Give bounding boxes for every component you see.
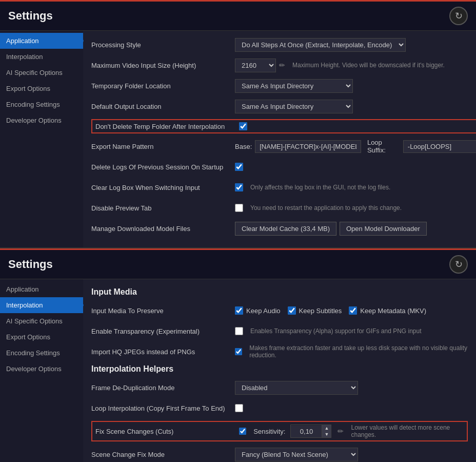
sidebar-2: Application Interpolation AI Specific Op…	[0, 279, 83, 462]
loop-interp-control	[235, 404, 468, 412]
sensitivity-up-btn[interactable]: ▲	[322, 425, 331, 431]
manage-models-control: Clear Model Cache (33,4 MB) Open Model D…	[235, 222, 476, 236]
keep-subtitles-label: Keep Subtitles	[299, 307, 342, 315]
transparency-label: Enable Transparency (Experimental)	[91, 328, 235, 335]
sidebar-item-export-2[interactable]: Export Options	[0, 329, 83, 345]
fix-scene-control: Sensitivity: ▲ ▼ ✏ Lower values will det…	[239, 424, 464, 438]
sensitivity-stepper: ▲ ▼	[290, 425, 331, 438]
manage-models-label: Manage Downloaded Model Files	[91, 225, 235, 233]
max-video-pencil-icon[interactable]: ✏	[279, 61, 285, 69]
keep-audio-checkbox[interactable]	[235, 306, 243, 315]
sensitivity-down-btn[interactable]: ▼	[322, 431, 331, 437]
dont-delete-temp-control	[239, 122, 476, 130]
loop-interp-label: Loop Interpolation (Copy First Frame To …	[91, 405, 235, 412]
fix-scene-checkbox[interactable]	[239, 427, 246, 435]
manage-models-row: Manage Downloaded Model Files Clear Mode…	[91, 221, 476, 236]
clear-log-checkbox[interactable]	[235, 183, 243, 191]
delete-logs-row: Delete Logs Of Previous Session On Start…	[91, 159, 476, 175]
default-output-select[interactable]: Same As Input Directory	[235, 100, 353, 113]
dont-delete-temp-row: Don't Delete Temp Folder After Interpola…	[91, 119, 476, 133]
settings-panel-2: Settings ↻ Application Interpolation AI …	[0, 248, 476, 462]
sensitivity-input[interactable]	[291, 426, 322, 437]
export-name-pattern-row: Export Name Pattern Base: Loop Suffix: ?	[91, 139, 476, 154]
sidebar-item-application-2[interactable]: Application	[0, 281, 83, 297]
scene-fix-mode-label: Scene Change Fix Mode	[91, 451, 235, 458]
disable-preview-hint: You need to restart the application to a…	[250, 204, 402, 211]
hq-jpegs-row: Import HQ JPEGs instead of PNGs Makes fr…	[91, 344, 468, 359]
max-video-input-control: 2160 ✏ Maximum Height. Video will be dow…	[235, 59, 476, 72]
sidebar-item-developer-2[interactable]: Developer Options	[0, 361, 83, 377]
sidebar-item-application-1[interactable]: Application	[0, 33, 83, 49]
loop-interp-row: Loop Interpolation (Copy First Frame To …	[91, 400, 468, 416]
sidebar-item-developer-1[interactable]: Developer Options	[0, 112, 83, 128]
fix-scene-hint: Lower values will detect more scene chan…	[351, 424, 464, 438]
hq-jpegs-control: Makes frame extraction faster and take u…	[235, 344, 468, 359]
transparency-control: Enables Transparency (Alpha) support for…	[235, 327, 468, 335]
keep-metadata-label: Keep Metadata (MKV)	[360, 307, 426, 315]
processing-style-select[interactable]: Do All Steps At Once (Extract, Interpola…	[235, 38, 406, 52]
export-name-pattern-control: Base: Loop Suffix: ?	[235, 139, 476, 154]
refresh-button-2[interactable]: ↻	[449, 255, 468, 274]
sidebar-item-encoding-1[interactable]: Encoding Settings	[0, 97, 83, 112]
sensitivity-pencil-icon[interactable]: ✏	[338, 427, 344, 435]
sidebar-item-ai-options-1[interactable]: AI Specific Options	[0, 65, 83, 81]
content-area-1: Processing Style Do All Steps At Once (E…	[83, 31, 476, 247]
panel-header-1: Settings ↻	[0, 2, 476, 31]
clear-log-row: Clear Log Box When Switching Input Only …	[91, 180, 476, 195]
clear-log-label: Clear Log Box When Switching Input	[91, 184, 235, 191]
loop-suffix-label: Loop Suffix:	[367, 139, 400, 154]
interp-helpers-section-title: Interpolation Helpers	[91, 364, 468, 374]
panel-body-1: Application Interpolation AI Specific Op…	[0, 31, 476, 247]
panel-title-2: Settings	[8, 258, 53, 271]
transparency-row: Enable Transparency (Experimental) Enabl…	[91, 323, 468, 339]
scene-fix-mode-select[interactable]: Fancy (Blend To Next Scene)	[235, 448, 358, 461]
disable-preview-row: Disable Preview Tab You need to restart …	[91, 200, 476, 216]
panel-body-2: Application Interpolation AI Specific Op…	[0, 279, 476, 462]
sidebar-item-interpolation-1[interactable]: Interpolation	[0, 49, 83, 65]
clear-model-cache-btn[interactable]: Clear Model Cache (33,4 MB)	[235, 222, 336, 236]
panel-title-1: Settings	[8, 9, 53, 23]
loop-interp-checkbox[interactable]	[235, 404, 243, 412]
dont-delete-temp-checkbox[interactable]	[239, 122, 247, 130]
settings-panel-1: Settings ↻ Application Interpolation AI …	[0, 0, 476, 247]
scene-fix-mode-row: Scene Change Fix Mode Fancy (Blend To Ne…	[91, 447, 468, 462]
export-name-base-input[interactable]	[255, 140, 361, 153]
sidebar-item-export-1[interactable]: Export Options	[0, 81, 83, 97]
keep-subtitles-checkbox[interactable]	[288, 306, 296, 315]
sidebar-item-encoding-2[interactable]: Encoding Settings	[0, 345, 83, 361]
scene-fix-mode-control: Fancy (Blend To Next Scene)	[235, 448, 468, 461]
disable-preview-control: You need to restart the application to a…	[235, 204, 476, 212]
dedup-mode-control: Disabled	[235, 381, 468, 395]
temp-folder-row: Temporary Folder Location Same As Input …	[91, 78, 476, 93]
temp-folder-label: Temporary Folder Location	[91, 82, 235, 90]
default-output-control: Same As Input Directory	[235, 100, 476, 113]
sidebar-item-ai-options-2[interactable]: AI Specific Options	[0, 313, 83, 329]
default-output-row: Default Output Location Same As Input Di…	[91, 99, 476, 114]
clear-log-hint: Only affects the log box in the GUI, not…	[250, 184, 390, 191]
temp-folder-select[interactable]: Same As Input Directory	[235, 79, 353, 93]
delete-logs-label: Delete Logs Of Previous Session On Start…	[91, 163, 235, 171]
content-area-2: Input Media Input Media To Preserve Keep…	[83, 279, 476, 462]
loop-suffix-input[interactable]	[403, 140, 476, 153]
sidebar-item-interpolation-2[interactable]: Interpolation	[0, 297, 83, 313]
delete-logs-checkbox[interactable]	[235, 163, 243, 171]
clear-log-control: Only affects the log box in the GUI, not…	[235, 183, 476, 191]
dedup-mode-select[interactable]: Disabled	[235, 381, 358, 395]
processing-style-label: Processing Style	[91, 41, 235, 49]
sensitivity-stepper-btns: ▲ ▼	[322, 425, 331, 437]
disable-preview-checkbox[interactable]	[235, 204, 243, 212]
open-model-downloader-btn[interactable]: Open Model Downloader	[340, 222, 427, 236]
max-video-input-label: Maximum Video Input Size (Height)	[91, 62, 235, 69]
temp-folder-control: Same As Input Directory	[235, 79, 476, 93]
keep-metadata-checkbox[interactable]	[349, 306, 357, 315]
sidebar-1: Application Interpolation AI Specific Op…	[0, 31, 83, 247]
refresh-button-1[interactable]: ↻	[449, 7, 468, 25]
dont-delete-temp-label: Don't Delete Temp Folder After Interpola…	[95, 123, 239, 130]
dedup-mode-label: Frame De-Duplication Mode	[91, 384, 235, 392]
transparency-checkbox[interactable]	[235, 327, 243, 335]
hq-jpegs-label: Import HQ JPEGs instead of PNGs	[91, 348, 235, 356]
base-label: Base:	[235, 143, 252, 150]
max-video-input-select[interactable]: 2160	[235, 59, 276, 72]
sensitivity-label: Sensitivity:	[253, 428, 285, 435]
hq-jpegs-checkbox[interactable]	[235, 348, 242, 356]
